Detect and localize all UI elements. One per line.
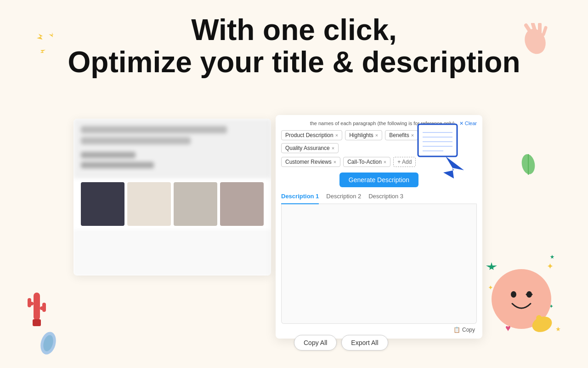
- generate-description-button[interactable]: Generate Description: [339, 172, 418, 187]
- svg-point-14: [42, 334, 55, 352]
- svg-text:✦: ✦: [488, 284, 493, 291]
- svg-point-27: [492, 269, 551, 329]
- tag-customer-reviews[interactable]: Customer Reviews ×: [281, 157, 340, 167]
- bottom-buttons: Copy All Export All: [294, 335, 388, 351]
- hero-line1: With one click,: [0, 14, 588, 46]
- add-tag-button[interactable]: + Add: [393, 157, 416, 167]
- svg-rect-7: [34, 293, 40, 320]
- leaf-green-deco: [519, 152, 537, 179]
- generate-btn-row: Generate Description: [281, 172, 477, 187]
- description-tool-panel: the names of each paragraph (the followi…: [276, 115, 482, 339]
- svg-rect-8: [28, 302, 34, 305]
- product-thumb-1: [81, 182, 124, 226]
- description-tabs: Description 1 Description 2 Description …: [281, 193, 477, 204]
- tab-description-2[interactable]: Description 2: [326, 193, 361, 204]
- tag-quality-assurance[interactable]: Quality Assurance ×: [281, 143, 339, 153]
- export-all-button[interactable]: Export All: [341, 335, 388, 351]
- tag-call-to-action[interactable]: Call-To-Action ×: [343, 157, 390, 167]
- character-illustration: ✦ ✦ ✦ ♥: [478, 248, 570, 340]
- tag-usage[interactable]: Usage ×: [421, 130, 450, 140]
- svg-text:✦: ✦: [547, 262, 554, 271]
- svg-text:✦: ✦: [549, 303, 554, 310]
- product-panel: [74, 119, 271, 276]
- hint-text: the names of each paragraph (the followi…: [281, 121, 477, 126]
- svg-point-5: [520, 153, 536, 175]
- copy-bottom-row: 📋 Copy: [281, 324, 477, 333]
- copy-link[interactable]: 📋 Copy: [453, 327, 475, 333]
- copy-icon: 📋: [453, 327, 460, 333]
- product-images: [74, 178, 271, 230]
- svg-point-13: [38, 330, 58, 356]
- product-info-blurred: [74, 119, 271, 178]
- product-thumb-2: [127, 182, 171, 226]
- tag-x-call-to-action[interactable]: ×: [384, 159, 386, 165]
- tag-x-customer-reviews[interactable]: ×: [334, 159, 336, 165]
- hero-line2: Optimize your title & description: [0, 46, 588, 78]
- svg-rect-32: [536, 315, 543, 325]
- tag-x-highlights[interactable]: ×: [375, 132, 378, 138]
- svg-marker-23: [550, 255, 554, 259]
- svg-text:♥: ♥: [505, 323, 511, 333]
- cactus-deco: [25, 288, 48, 331]
- svg-rect-9: [40, 306, 46, 310]
- tag-x-product-description[interactable]: ×: [335, 132, 338, 138]
- tag-benefits[interactable]: Benefits ×: [385, 130, 418, 140]
- tab-description-3[interactable]: Description 3: [368, 193, 403, 204]
- svg-marker-22: [486, 262, 497, 270]
- svg-rect-10: [28, 298, 31, 307]
- svg-point-31: [530, 314, 554, 334]
- product-thumb-3: [174, 182, 217, 226]
- tag-x-benefits[interactable]: ×: [411, 132, 414, 138]
- svg-rect-12: [33, 319, 41, 326]
- tag-product-description[interactable]: Product Description ×: [281, 130, 342, 140]
- tag-x-usage[interactable]: ×: [443, 132, 446, 138]
- copy-all-button[interactable]: Copy All: [294, 335, 337, 351]
- tag-x-quality-assurance[interactable]: ×: [332, 145, 334, 151]
- hero-section: With one click, Optimize your title & de…: [0, 0, 588, 79]
- tags-row-2: Customer Reviews × Call-To-Action × + Ad…: [281, 157, 477, 167]
- tags-row: Product Description × Highlights × Benef…: [281, 130, 477, 153]
- product-bottom-blurred: [74, 230, 271, 276]
- tag-highlights[interactable]: Highlights ×: [345, 130, 382, 140]
- tab-description-1[interactable]: Description 1: [281, 193, 319, 204]
- svg-rect-11: [42, 303, 46, 312]
- product-thumb-4: [220, 182, 264, 226]
- copy-label: Copy: [462, 327, 475, 333]
- leaf-blue-deco: [37, 329, 60, 359]
- clear-link[interactable]: ✕ Clear: [459, 121, 477, 126]
- svg-point-29: [526, 291, 532, 298]
- svg-point-28: [511, 291, 516, 298]
- description-content: [281, 204, 477, 324]
- svg-marker-34: [556, 327, 560, 331]
